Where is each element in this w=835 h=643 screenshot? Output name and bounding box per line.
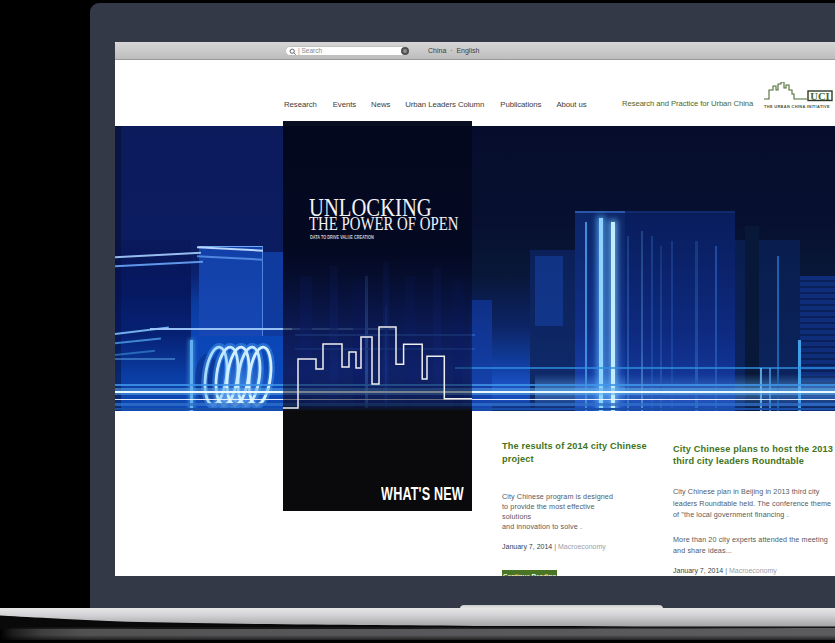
svg-text:THE URBAN CHINA INITIATIVE: THE URBAN CHINA INITIATIVE bbox=[764, 104, 830, 109]
svg-text:UCI: UCI bbox=[810, 91, 829, 102]
